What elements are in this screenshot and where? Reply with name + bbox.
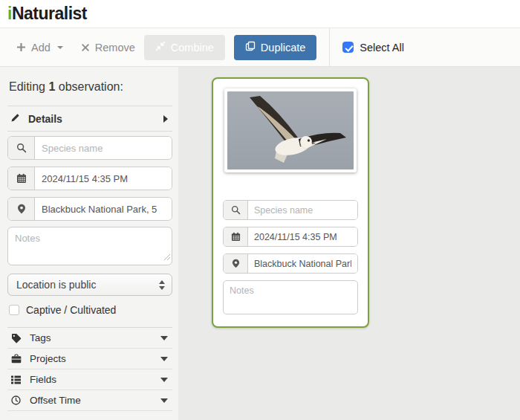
geoprivacy-select[interactable]: Location is public bbox=[7, 274, 172, 296]
remove-label: Remove bbox=[95, 42, 135, 54]
list-icon bbox=[9, 375, 23, 384]
chevron-down-icon bbox=[160, 336, 168, 340]
search-icon bbox=[224, 201, 248, 219]
notes-field-group bbox=[7, 227, 172, 265]
editing-count: 1 bbox=[48, 80, 55, 93]
captive-checkbox[interactable] bbox=[9, 305, 19, 315]
calendar-icon bbox=[224, 227, 248, 246]
resize-grip-icon[interactable] bbox=[164, 250, 170, 263]
section-fields[interactable]: Fields bbox=[7, 369, 172, 390]
species-input[interactable] bbox=[35, 137, 172, 159]
card-fields bbox=[223, 200, 358, 314]
date-input[interactable] bbox=[35, 167, 172, 190]
details-section-header[interactable]: Details bbox=[7, 106, 172, 131]
bird-photo-image bbox=[227, 91, 354, 169]
observations-area bbox=[178, 67, 520, 420]
section-label: Tags bbox=[30, 332, 160, 343]
pencil-icon bbox=[10, 112, 20, 126]
duplicate-label: Duplicate bbox=[261, 42, 305, 54]
inaturalist-logo[interactable]: iNaturalist bbox=[7, 4, 87, 24]
select-all-checkbox[interactable] bbox=[342, 42, 354, 53]
clock-icon bbox=[9, 395, 23, 405]
select-stepper-icon bbox=[159, 280, 165, 290]
observation-photo[interactable] bbox=[224, 88, 357, 172]
duplicate-button[interactable]: Duplicate bbox=[234, 35, 316, 60]
observation-card[interactable] bbox=[212, 77, 369, 328]
combine-button[interactable]: Combine bbox=[144, 35, 225, 60]
combine-label: Combine bbox=[171, 42, 214, 54]
map-pin-icon bbox=[8, 198, 35, 220]
chevron-down-icon bbox=[160, 378, 168, 382]
chevron-down-icon bbox=[160, 357, 168, 361]
location-input[interactable] bbox=[35, 198, 172, 220]
remove-button[interactable]: Remove bbox=[81, 42, 135, 54]
section-offset-time[interactable]: Offset Time bbox=[7, 390, 172, 411]
duplicate-icon bbox=[245, 41, 256, 54]
date-field-group bbox=[7, 167, 172, 190]
chevron-right-icon bbox=[163, 115, 168, 123]
card-location-input[interactable] bbox=[248, 254, 357, 273]
chevron-down-icon bbox=[57, 46, 63, 49]
section-label: Projects bbox=[30, 353, 160, 364]
details-label: Details bbox=[28, 113, 163, 125]
add-label: Add bbox=[31, 42, 51, 54]
briefcase-icon bbox=[9, 354, 23, 364]
app-header: iNaturalist bbox=[0, 0, 520, 28]
location-field-group bbox=[7, 197, 172, 221]
section-projects[interactable]: Projects bbox=[7, 349, 172, 369]
card-species-input[interactable] bbox=[248, 201, 357, 219]
species-field-group bbox=[7, 136, 172, 160]
tag-icon bbox=[9, 333, 23, 343]
sidebar-accordion: Tags Projects Fields Offset Time bbox=[7, 327, 172, 411]
select-all-label: Select All bbox=[360, 42, 404, 54]
edit-sidebar: Editing 1 observation: Details Location … bbox=[0, 67, 178, 420]
chevron-down-icon bbox=[160, 398, 168, 403]
toolbar-divider bbox=[329, 28, 330, 66]
map-pin-icon bbox=[224, 254, 248, 273]
card-species-field-group bbox=[223, 200, 358, 220]
combine-icon bbox=[155, 41, 166, 54]
card-notes-textarea[interactable] bbox=[223, 280, 358, 314]
section-label: Fields bbox=[30, 374, 160, 385]
captive-label: Captive / Cultivated bbox=[26, 304, 116, 316]
select-all-checkbox-row[interactable]: Select All bbox=[342, 42, 404, 54]
notes-textarea[interactable] bbox=[7, 227, 172, 265]
captive-checkbox-row[interactable]: Captive / Cultivated bbox=[7, 304, 172, 316]
editing-heading: Editing 1 observation: bbox=[9, 80, 172, 94]
toolbar: Add Remove Combine Duplicate Select All bbox=[0, 28, 520, 67]
card-location-field-group bbox=[223, 253, 358, 274]
section-tags[interactable]: Tags bbox=[7, 328, 172, 349]
x-icon bbox=[81, 43, 90, 52]
card-date-input[interactable] bbox=[248, 227, 357, 246]
calendar-icon bbox=[8, 167, 35, 190]
card-date-field-group bbox=[223, 227, 358, 247]
plus-icon bbox=[16, 42, 26, 52]
add-button[interactable]: Add bbox=[16, 42, 63, 54]
geoprivacy-value: Location is public bbox=[16, 279, 159, 291]
logo-rest: Naturalist bbox=[12, 4, 87, 23]
search-icon bbox=[8, 137, 35, 159]
section-label: Offset Time bbox=[30, 395, 160, 406]
divider bbox=[7, 131, 172, 132]
